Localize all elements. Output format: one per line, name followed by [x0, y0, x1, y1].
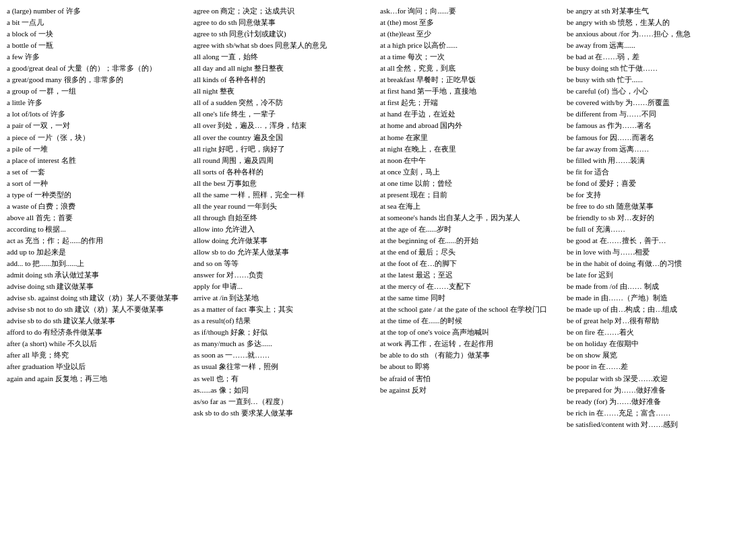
entry-english: at the latest: [380, 271, 416, 279]
entry-chinese: 同意某人的意见: [275, 41, 327, 49]
entry-english: at the age of: [380, 225, 418, 233]
list-item: be satisfied/content with 对……感到: [567, 419, 749, 430]
entry-chinese: 象往常一样，照例: [219, 362, 278, 370]
list-item: a place of interest 名胜: [7, 155, 189, 166]
entry-chinese: 到达某地: [229, 294, 259, 302]
entry-chinese: 与……相爱: [612, 248, 650, 256]
list-item: a block of 一块: [7, 28, 189, 40]
entry-chinese: 突然，冷不防: [239, 98, 283, 106]
list-item: be angry with sb 愤怒，生某人的: [567, 17, 749, 28]
entry-chinese: 再工作，在运转，在起作用: [404, 339, 493, 347]
entry-chinese: 随意做某事: [617, 202, 654, 210]
entry-chinese: 事实上；其实: [249, 305, 293, 313]
entry-english: allow sb to do: [193, 248, 237, 256]
entry-english: be made from /of: [567, 282, 620, 290]
entry-chinese: 远离……: [619, 145, 649, 153]
list-item: as......as 像；如同: [193, 385, 376, 396]
entry-english: be famous for: [567, 133, 610, 141]
list-item: arrive at /in 到达某地: [193, 292, 376, 304]
entry-english: ask…for: [380, 7, 408, 15]
list-item: be afraid of 害怕: [380, 373, 563, 385]
column-1: a (large) number of 许多a bit 一点儿a block o…: [7, 5, 189, 430]
entry-english: at hand: [380, 110, 404, 118]
list-item: at once 立刻，马上: [380, 166, 563, 178]
list-item: all round 周围，遍及四周: [193, 155, 376, 166]
entry-english: all the best: [193, 179, 227, 187]
list-item: be friendly to sb 对…友好的: [567, 212, 749, 224]
entry-chinese: 早餐时；正吃早饭: [416, 75, 476, 84]
list-item: advise doing sth 建议做某事: [7, 281, 189, 292]
entry-chinese: 在手边，在近处: [404, 110, 455, 118]
entry-chinese: 好吧，行吧，病好了: [218, 145, 285, 153]
entry-chinese: 首先；首要: [36, 213, 73, 222]
entry-english: at the top of one's voice: [380, 328, 452, 336]
entry-english: be angry at sth: [567, 7, 612, 15]
entry-english: at someone's hands: [380, 213, 439, 222]
entry-english: at the time of: [380, 316, 421, 325]
entry-chinese: 名胜: [61, 156, 76, 164]
entry-english: at (the)least: [380, 30, 416, 38]
list-item: all sorts of 各种各样的: [193, 166, 376, 178]
list-item: all of a sudden 突然，冷不防: [193, 97, 376, 108]
list-item: be against 反对: [380, 385, 563, 396]
entry-english: a pair of: [7, 121, 33, 129]
list-item: act as 充当；作；起......的作用: [7, 235, 189, 246]
list-item: allow into 允许进入: [193, 224, 376, 235]
list-item: as/so far as 一直到…（程度）: [193, 396, 376, 407]
list-item: be on holiday 在假期中: [567, 338, 749, 349]
entry-chinese: 国内外: [440, 121, 462, 129]
entry-chinese: 在......的开始: [438, 236, 479, 244]
entry-english: as......as: [193, 386, 219, 394]
list-item: a pile of 一堆: [7, 143, 189, 155]
entry-chinese: 建议某人做某事: [63, 316, 115, 325]
entry-chinese: 立刻，马上: [403, 168, 440, 176]
entry-english: be afraid of: [380, 374, 416, 382]
list-item: apply for 申请...: [193, 281, 376, 292]
list-item: at noon 在中午: [380, 155, 563, 166]
entry-chinese: 即将: [415, 362, 430, 370]
list-item: as a result(of) 结果: [193, 315, 376, 327]
list-item: be careful (of) 当心，小心: [567, 86, 749, 97]
list-item: at the end of 最后；尽头: [380, 246, 563, 258]
entry-chinese: 一双，一对: [33, 121, 70, 129]
entry-chinese: 大量（的）；非常多（的）: [67, 64, 156, 72]
entry-english: admit doing sth: [7, 271, 55, 279]
list-item: at a high price 以高价......: [380, 40, 563, 51]
entry-english: be able to do sth: [380, 351, 431, 359]
entry-english: at night: [380, 145, 404, 153]
entry-english: at all: [380, 64, 396, 72]
entry-english: be anxious about /for: [567, 30, 631, 38]
entry-chinese: 当心，小心: [611, 87, 648, 95]
entry-english: at the end of: [380, 248, 418, 256]
list-item: a group of 一群，一组: [7, 86, 189, 97]
entry-english: at one time: [380, 179, 415, 187]
entry-chinese: 整夜: [220, 87, 234, 95]
entry-english: a set of: [7, 168, 30, 176]
entry-chinese: 许多: [51, 110, 65, 118]
list-item: at first 起先；开端: [380, 97, 563, 108]
entry-english: allow doing: [193, 236, 230, 244]
list-item: as a matter of fact 事实上；其实: [193, 304, 376, 315]
entry-english: agree to sth: [193, 30, 229, 38]
list-item: after (a short) while 不久以后: [7, 338, 189, 349]
entry-english: afford to do: [7, 328, 43, 336]
list-item: be able to do sth （有能力）做某事: [380, 349, 563, 361]
entry-english: as well: [193, 374, 216, 382]
entry-chinese: 一群，一组: [39, 87, 76, 95]
list-item: be free to do sth 随意做某事: [567, 201, 749, 212]
entry-chinese: 忙于做……: [621, 64, 658, 72]
entry-english: be angry with sb: [567, 18, 618, 26]
list-item: a lot of/lots of 许多: [7, 108, 189, 120]
list-item: at the mercy of 在……支配下: [380, 281, 563, 292]
list-item: be prepared for 为……做好准备: [567, 385, 749, 396]
entry-chinese: 在......的时候: [421, 316, 462, 325]
entry-chinese: 一种类型的: [34, 191, 71, 199]
list-item: allow sb to do 允许某人做某事: [193, 246, 376, 258]
list-item: be made from /of 由…… 制成: [567, 281, 749, 292]
entry-english: a bit: [7, 18, 22, 26]
list-item: be full of 充满……: [567, 224, 749, 235]
list-item: advise sb. against doing sth 建议（劝）某人不要做某…: [7, 292, 189, 304]
entry-english: all sorts of: [193, 168, 226, 176]
entry-english: as a result(of): [193, 316, 236, 325]
entry-english: at home: [380, 133, 406, 141]
